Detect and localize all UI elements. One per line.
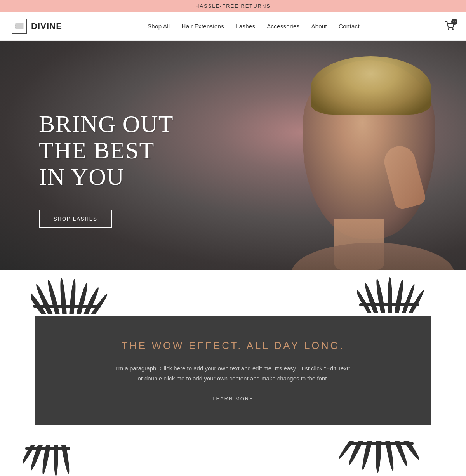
nav-link-accessories[interactable]: Accessories (267, 23, 299, 30)
learn-more-link[interactable]: LEARN MORE (212, 396, 253, 401)
hero-title: BRING OUT THE BEST IN YOU (39, 111, 174, 190)
nav-link-about[interactable]: About (311, 23, 327, 30)
bottom-lash-left (23, 445, 101, 476)
svg-point-18 (392, 279, 405, 313)
bottom-lash-left-svg (23, 445, 101, 476)
announcement-banner: HASSLE-FREE RETURNS (0, 0, 466, 12)
bottom-lash-right (330, 441, 419, 476)
banner-text: HASSLE-FREE RETURNS (195, 3, 271, 9)
info-card: THE WOW EFFECT. ALL DAY LONG. I'm a para… (35, 316, 431, 425)
svg-point-9 (68, 279, 77, 314)
svg-rect-21 (359, 303, 419, 306)
lash-left-svg (31, 270, 116, 314)
nav-link-contact[interactable]: Contact (339, 23, 360, 30)
nav-item-hair-extensions[interactable]: Hair Extensions (182, 23, 224, 30)
nav-item-shop-all[interactable]: Shop All (148, 23, 170, 30)
divine-logo-svg (14, 21, 25, 32)
svg-point-32 (360, 441, 377, 470)
logo-icon (12, 19, 27, 34)
lashes-decoration-bottom (0, 441, 466, 476)
hero-content: BRING OUT THE BEST IN YOU SHOP LASHES (39, 111, 174, 228)
nav-links: Shop All Hair Extensions Lashes Accessor… (148, 23, 360, 30)
nav-link-hair-extensions[interactable]: Hair Extensions (182, 23, 224, 30)
svg-rect-13 (33, 305, 101, 308)
navbar: DIVINE Shop All Hair Extensions Lashes A… (0, 12, 466, 41)
lash-right-svg (357, 270, 435, 313)
shop-lashes-button[interactable]: SHOP LASHES (39, 210, 112, 228)
svg-rect-27 (25, 447, 70, 450)
cart-button[interactable]: 0 (445, 21, 454, 32)
nav-item-lashes[interactable]: Lashes (236, 23, 255, 30)
svg-point-4 (452, 29, 453, 30)
hero-model-area (194, 41, 466, 270)
logo-area[interactable]: DIVINE (12, 19, 62, 34)
svg-point-17 (388, 277, 392, 313)
logo-text: DIVINE (31, 21, 62, 31)
hero-title-line1: BRING OUT (39, 111, 174, 137)
nav-item-about[interactable]: About (311, 23, 327, 30)
info-section: THE WOW EFFECT. ALL DAY LONG. I'm a para… (0, 316, 466, 441)
lashes-decoration-top (0, 270, 466, 316)
svg-point-3 (448, 29, 449, 30)
nav-link-lashes[interactable]: Lashes (236, 23, 255, 30)
hero-section: BRING OUT THE BEST IN YOU SHOP LASHES (0, 41, 466, 270)
info-body-text: I'm a paragraph. Click here to add your … (113, 363, 353, 383)
hero-title-line2: THE BEST (39, 137, 155, 163)
bottom-lash-right-svg (330, 441, 419, 476)
svg-point-30 (381, 441, 395, 471)
lash-decoration-left (31, 270, 116, 314)
nav-item-accessories[interactable]: Accessories (267, 23, 299, 30)
lash-decoration-right (357, 270, 435, 313)
info-title: THE WOW EFFECT. ALL DAY LONG. (66, 340, 400, 352)
model-shoulders (291, 243, 454, 270)
svg-rect-35 (348, 442, 414, 445)
cart-count-badge: 0 (451, 19, 457, 25)
svg-point-8 (59, 278, 68, 314)
svg-point-16 (375, 278, 388, 313)
hero-title-line3: IN YOU (39, 163, 124, 190)
svg-point-31 (375, 441, 383, 473)
nav-link-shop-all[interactable]: Shop All (148, 23, 170, 30)
nav-item-contact[interactable]: Contact (339, 23, 360, 30)
model-hair (311, 56, 431, 115)
